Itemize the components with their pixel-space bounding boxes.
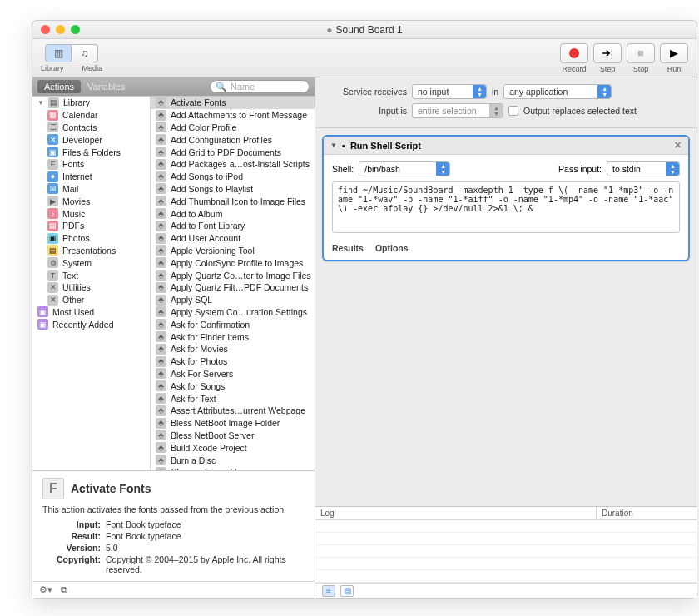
- category-item[interactable]: ▼▤Library: [32, 97, 150, 109]
- log-column-log[interactable]: Log: [315, 507, 597, 519]
- minimize-window-button[interactable]: [56, 25, 65, 34]
- category-item[interactable]: ▤PDFs: [32, 220, 150, 232]
- disclosure-triangle-icon[interactable]: ▼: [37, 99, 44, 106]
- action-item[interactable]: ⬘Bless NetBoot Image Folder: [151, 417, 315, 430]
- action-item[interactable]: ⬘Add User Account: [151, 232, 315, 245]
- action-item[interactable]: ⬘Ask for Photos: [151, 355, 315, 368]
- action-icon: ⬘: [156, 282, 166, 293]
- action-item[interactable]: ⬘Ask for Songs: [151, 380, 315, 392]
- media-view-button[interactable]: ♫: [72, 44, 98, 62]
- category-item[interactable]: ▦Calendar: [32, 109, 150, 122]
- action-label: Apply System Co…uration Settings: [171, 307, 307, 317]
- category-icon: ●: [47, 171, 58, 182]
- tab-variables[interactable]: Variables: [81, 80, 131, 93]
- category-item[interactable]: ▣Most Used: [32, 306, 150, 319]
- category-item[interactable]: ✕Developer: [32, 133, 150, 146]
- category-item[interactable]: ⚙System: [32, 256, 150, 269]
- action-item[interactable]: ⬘Add Configuration Profiles: [151, 133, 315, 146]
- action-icon: ⬘: [156, 306, 166, 317]
- log-column-duration[interactable]: Duration: [597, 507, 697, 519]
- category-item[interactable]: ✉Mail: [32, 183, 150, 196]
- category-item[interactable]: ▣Files & Folders: [32, 146, 150, 158]
- info-version-value: 5.0: [106, 543, 305, 553]
- shell-script-textarea[interactable]: find ~/Music/SoundBoard -maxdepth 1 -typ…: [332, 181, 680, 233]
- category-item[interactable]: ▣Photos: [32, 232, 150, 245]
- action-icon: ⬘: [156, 319, 166, 330]
- log-list-view-button[interactable]: ≡: [322, 585, 335, 597]
- zoom-window-button[interactable]: [71, 25, 80, 34]
- category-list[interactable]: ▼▤Library▦Calendar☰Contacts✕Developer▣Fi…: [32, 97, 151, 470]
- action-item[interactable]: ⬘Add to Font Library: [151, 220, 315, 232]
- action-item[interactable]: ⬘Apply Quartz Filt…PDF Documents: [151, 281, 315, 294]
- log-footer: ≡ ▤: [315, 583, 697, 598]
- action-item[interactable]: ⬘Add Color Profile: [151, 122, 315, 134]
- category-label: Other: [62, 295, 84, 305]
- view-switch-group: ▥ ♫ Library Media: [41, 44, 102, 72]
- category-item[interactable]: ▤Presentations: [32, 245, 150, 257]
- action-item[interactable]: ⬘Ask for Text: [151, 392, 315, 405]
- action-item[interactable]: ⬘Apply ColorSync Profile to Images: [151, 256, 315, 269]
- action-item[interactable]: ⬘Build Xcode Project: [151, 441, 315, 454]
- category-item[interactable]: ✕Utilities: [32, 281, 150, 294]
- category-icon: ▤: [47, 221, 58, 231]
- action-item[interactable]: ⬘Ask for Movies: [151, 343, 315, 355]
- step-header[interactable]: ▼ ▪ Run Shell Script ✕: [324, 137, 688, 155]
- record-button[interactable]: [560, 43, 588, 63]
- tab-actions[interactable]: Actions: [37, 80, 81, 93]
- action-item[interactable]: ⬘Add to Album: [151, 207, 315, 220]
- action-item[interactable]: ⬘Apply SQL: [151, 294, 315, 306]
- service-app-select[interactable]: any application▲▼: [503, 84, 612, 99]
- search-input[interactable]: 🔍 Name: [210, 80, 310, 93]
- action-list[interactable]: ⬘Activate Fonts⬘Add Attachments to Front…: [151, 97, 315, 470]
- action-item[interactable]: ⬘Bless NetBoot Server: [151, 430, 315, 442]
- action-label: Add Packages a…ost-Install Scripts: [171, 159, 310, 169]
- action-label: Burn a Disc: [171, 455, 216, 465]
- service-receives-select[interactable]: no input▲▼: [412, 84, 487, 99]
- run-button[interactable]: ▶: [660, 43, 688, 63]
- action-item[interactable]: ⬘Add Songs to Playlist: [151, 183, 315, 196]
- log-rows: [315, 520, 697, 583]
- action-item[interactable]: ⬘Activate Fonts: [151, 97, 315, 109]
- log-console-view-button[interactable]: ▤: [340, 585, 354, 597]
- workflow-canvas[interactable]: ▼ ▪ Run Shell Script ✕ Shell: /bin/bash▲…: [315, 128, 697, 506]
- category-item[interactable]: ▣Recently Added: [32, 318, 150, 330]
- input-is-select[interactable]: entire selection▲▼: [412, 103, 503, 118]
- action-item[interactable]: ⬘Ask For Servers: [151, 368, 315, 380]
- workflow-icon[interactable]: ⧉: [61, 584, 67, 595]
- action-item[interactable]: ⬘Burn a Disc: [151, 454, 315, 466]
- action-item[interactable]: ⬘Apply Quartz Co…ter to Image Files: [151, 269, 315, 281]
- category-item[interactable]: ✕Other: [32, 294, 150, 306]
- shell-select[interactable]: /bin/bash▲▼: [359, 161, 450, 176]
- action-item[interactable]: ⬘Assert Attributes…urrent Webpage: [151, 405, 315, 417]
- close-step-button[interactable]: ✕: [674, 140, 682, 151]
- action-item[interactable]: ⬘Ask for Finder Items: [151, 330, 315, 343]
- action-icon: ⬘: [156, 257, 166, 268]
- output-replaces-checkbox[interactable]: [508, 106, 518, 116]
- action-item[interactable]: ⬘Add Grid to PDF Documents: [151, 146, 315, 158]
- category-item[interactable]: ♪Music: [32, 207, 150, 220]
- action-item[interactable]: ⬘Apply System Co…uration Settings: [151, 306, 315, 319]
- category-item[interactable]: ●Internet: [32, 171, 150, 183]
- action-item[interactable]: ⬘Apple Versioning Tool: [151, 245, 315, 257]
- disclosure-triangle-icon[interactable]: ▼: [330, 142, 337, 149]
- step-options-button[interactable]: Options: [375, 243, 409, 253]
- category-item[interactable]: ▶Movies: [32, 195, 150, 207]
- category-item[interactable]: ☰Contacts: [32, 122, 150, 134]
- service-settings: Service receives no input▲▼ in any appli…: [315, 77, 697, 128]
- action-item[interactable]: ⬘Add Attachments to Front Message: [151, 109, 315, 122]
- category-item[interactable]: TText: [32, 269, 150, 281]
- action-item[interactable]: ⬘Add Songs to iPod: [151, 171, 315, 183]
- action-item[interactable]: ⬘Add Thumbnail Icon to Image Files: [151, 195, 315, 207]
- workflow-step-run-shell-script[interactable]: ▼ ▪ Run Shell Script ✕ Shell: /bin/bash▲…: [322, 135, 690, 261]
- gear-icon[interactable]: ⚙▾: [39, 584, 52, 595]
- step-results-button[interactable]: Results: [332, 243, 364, 253]
- library-view-button[interactable]: ▥: [45, 44, 72, 62]
- stop-button[interactable]: ■: [627, 43, 655, 63]
- close-window-button[interactable]: [41, 25, 50, 34]
- action-item[interactable]: ⬘Ask for Confirmation: [151, 318, 315, 330]
- step-button[interactable]: ➔|: [593, 43, 622, 63]
- pass-input-select[interactable]: to stdin▲▼: [607, 161, 680, 176]
- category-icon: ☰: [47, 122, 58, 132]
- category-item[interactable]: FFonts: [32, 158, 150, 171]
- action-item[interactable]: ⬘Add Packages a…ost-Install Scripts: [151, 158, 315, 171]
